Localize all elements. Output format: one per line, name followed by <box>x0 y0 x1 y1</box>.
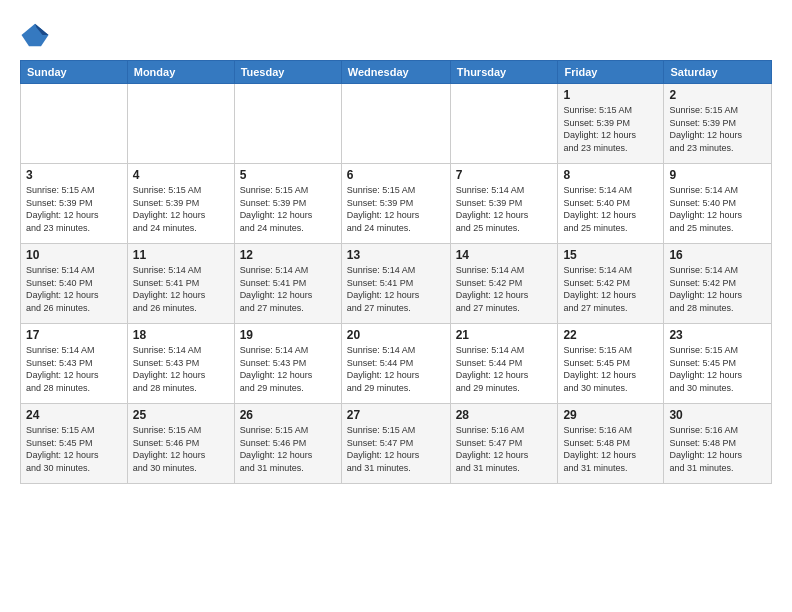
day-info: Sunrise: 5:15 AM Sunset: 5:45 PM Dayligh… <box>563 344 658 394</box>
day-number: 17 <box>26 328 122 342</box>
day-info: Sunrise: 5:14 AM Sunset: 5:42 PM Dayligh… <box>669 264 766 314</box>
day-info: Sunrise: 5:15 AM Sunset: 5:39 PM Dayligh… <box>26 184 122 234</box>
calendar-week-row: 10Sunrise: 5:14 AM Sunset: 5:40 PM Dayli… <box>21 244 772 324</box>
day-number: 6 <box>347 168 445 182</box>
calendar-cell: 5Sunrise: 5:15 AM Sunset: 5:39 PM Daylig… <box>234 164 341 244</box>
day-info: Sunrise: 5:15 AM Sunset: 5:39 PM Dayligh… <box>240 184 336 234</box>
day-info: Sunrise: 5:15 AM Sunset: 5:39 PM Dayligh… <box>669 104 766 154</box>
day-number: 27 <box>347 408 445 422</box>
calendar-week-row: 3Sunrise: 5:15 AM Sunset: 5:39 PM Daylig… <box>21 164 772 244</box>
day-number: 7 <box>456 168 553 182</box>
calendar-cell: 18Sunrise: 5:14 AM Sunset: 5:43 PM Dayli… <box>127 324 234 404</box>
logo-icon <box>20 20 50 50</box>
day-number: 18 <box>133 328 229 342</box>
weekday-header-row: SundayMondayTuesdayWednesdayThursdayFrid… <box>21 61 772 84</box>
day-number: 2 <box>669 88 766 102</box>
calendar-cell <box>127 84 234 164</box>
day-info: Sunrise: 5:14 AM Sunset: 5:44 PM Dayligh… <box>347 344 445 394</box>
calendar-cell: 2Sunrise: 5:15 AM Sunset: 5:39 PM Daylig… <box>664 84 772 164</box>
calendar-cell: 3Sunrise: 5:15 AM Sunset: 5:39 PM Daylig… <box>21 164 128 244</box>
calendar-cell: 26Sunrise: 5:15 AM Sunset: 5:46 PM Dayli… <box>234 404 341 484</box>
day-number: 21 <box>456 328 553 342</box>
day-number: 28 <box>456 408 553 422</box>
logo <box>20 20 54 50</box>
calendar-cell <box>21 84 128 164</box>
calendar-cell: 20Sunrise: 5:14 AM Sunset: 5:44 PM Dayli… <box>341 324 450 404</box>
calendar-cell: 12Sunrise: 5:14 AM Sunset: 5:41 PM Dayli… <box>234 244 341 324</box>
day-number: 20 <box>347 328 445 342</box>
weekday-header: Sunday <box>21 61 128 84</box>
day-info: Sunrise: 5:16 AM Sunset: 5:48 PM Dayligh… <box>563 424 658 474</box>
day-info: Sunrise: 5:16 AM Sunset: 5:47 PM Dayligh… <box>456 424 553 474</box>
day-info: Sunrise: 5:14 AM Sunset: 5:43 PM Dayligh… <box>26 344 122 394</box>
calendar-cell <box>341 84 450 164</box>
calendar-cell: 1Sunrise: 5:15 AM Sunset: 5:39 PM Daylig… <box>558 84 664 164</box>
calendar-table: SundayMondayTuesdayWednesdayThursdayFrid… <box>20 60 772 484</box>
day-info: Sunrise: 5:14 AM Sunset: 5:41 PM Dayligh… <box>347 264 445 314</box>
day-number: 24 <box>26 408 122 422</box>
day-info: Sunrise: 5:14 AM Sunset: 5:43 PM Dayligh… <box>133 344 229 394</box>
calendar-cell: 28Sunrise: 5:16 AM Sunset: 5:47 PM Dayli… <box>450 404 558 484</box>
day-number: 12 <box>240 248 336 262</box>
calendar-cell: 17Sunrise: 5:14 AM Sunset: 5:43 PM Dayli… <box>21 324 128 404</box>
calendar-cell: 15Sunrise: 5:14 AM Sunset: 5:42 PM Dayli… <box>558 244 664 324</box>
day-info: Sunrise: 5:15 AM Sunset: 5:46 PM Dayligh… <box>240 424 336 474</box>
day-number: 9 <box>669 168 766 182</box>
day-number: 4 <box>133 168 229 182</box>
day-number: 5 <box>240 168 336 182</box>
calendar-cell: 30Sunrise: 5:16 AM Sunset: 5:48 PM Dayli… <box>664 404 772 484</box>
day-info: Sunrise: 5:14 AM Sunset: 5:40 PM Dayligh… <box>26 264 122 314</box>
calendar-cell: 29Sunrise: 5:16 AM Sunset: 5:48 PM Dayli… <box>558 404 664 484</box>
calendar-week-row: 17Sunrise: 5:14 AM Sunset: 5:43 PM Dayli… <box>21 324 772 404</box>
day-number: 23 <box>669 328 766 342</box>
day-info: Sunrise: 5:14 AM Sunset: 5:41 PM Dayligh… <box>133 264 229 314</box>
day-number: 25 <box>133 408 229 422</box>
day-info: Sunrise: 5:15 AM Sunset: 5:45 PM Dayligh… <box>26 424 122 474</box>
weekday-header: Wednesday <box>341 61 450 84</box>
calendar-cell: 21Sunrise: 5:14 AM Sunset: 5:44 PM Dayli… <box>450 324 558 404</box>
day-info: Sunrise: 5:14 AM Sunset: 5:42 PM Dayligh… <box>563 264 658 314</box>
day-number: 30 <box>669 408 766 422</box>
weekday-header: Tuesday <box>234 61 341 84</box>
calendar-cell: 8Sunrise: 5:14 AM Sunset: 5:40 PM Daylig… <box>558 164 664 244</box>
calendar-cell: 7Sunrise: 5:14 AM Sunset: 5:39 PM Daylig… <box>450 164 558 244</box>
day-info: Sunrise: 5:15 AM Sunset: 5:39 PM Dayligh… <box>347 184 445 234</box>
day-info: Sunrise: 5:14 AM Sunset: 5:42 PM Dayligh… <box>456 264 553 314</box>
weekday-header: Saturday <box>664 61 772 84</box>
day-number: 29 <box>563 408 658 422</box>
day-number: 11 <box>133 248 229 262</box>
calendar-cell <box>450 84 558 164</box>
calendar-cell: 9Sunrise: 5:14 AM Sunset: 5:40 PM Daylig… <box>664 164 772 244</box>
calendar-cell: 27Sunrise: 5:15 AM Sunset: 5:47 PM Dayli… <box>341 404 450 484</box>
calendar-cell <box>234 84 341 164</box>
day-number: 1 <box>563 88 658 102</box>
calendar-cell: 19Sunrise: 5:14 AM Sunset: 5:43 PM Dayli… <box>234 324 341 404</box>
day-info: Sunrise: 5:14 AM Sunset: 5:44 PM Dayligh… <box>456 344 553 394</box>
day-number: 26 <box>240 408 336 422</box>
day-number: 3 <box>26 168 122 182</box>
day-info: Sunrise: 5:15 AM Sunset: 5:45 PM Dayligh… <box>669 344 766 394</box>
calendar-week-row: 1Sunrise: 5:15 AM Sunset: 5:39 PM Daylig… <box>21 84 772 164</box>
day-number: 10 <box>26 248 122 262</box>
weekday-header: Thursday <box>450 61 558 84</box>
day-info: Sunrise: 5:15 AM Sunset: 5:46 PM Dayligh… <box>133 424 229 474</box>
calendar-cell: 6Sunrise: 5:15 AM Sunset: 5:39 PM Daylig… <box>341 164 450 244</box>
calendar-cell: 13Sunrise: 5:14 AM Sunset: 5:41 PM Dayli… <box>341 244 450 324</box>
day-number: 16 <box>669 248 766 262</box>
weekday-header: Monday <box>127 61 234 84</box>
day-number: 19 <box>240 328 336 342</box>
calendar-cell: 23Sunrise: 5:15 AM Sunset: 5:45 PM Dayli… <box>664 324 772 404</box>
day-number: 8 <box>563 168 658 182</box>
weekday-header: Friday <box>558 61 664 84</box>
day-info: Sunrise: 5:14 AM Sunset: 5:43 PM Dayligh… <box>240 344 336 394</box>
day-number: 15 <box>563 248 658 262</box>
day-number: 14 <box>456 248 553 262</box>
day-info: Sunrise: 5:14 AM Sunset: 5:40 PM Dayligh… <box>563 184 658 234</box>
day-number: 13 <box>347 248 445 262</box>
calendar-cell: 16Sunrise: 5:14 AM Sunset: 5:42 PM Dayli… <box>664 244 772 324</box>
day-info: Sunrise: 5:14 AM Sunset: 5:39 PM Dayligh… <box>456 184 553 234</box>
day-info: Sunrise: 5:15 AM Sunset: 5:39 PM Dayligh… <box>563 104 658 154</box>
day-info: Sunrise: 5:15 AM Sunset: 5:39 PM Dayligh… <box>133 184 229 234</box>
day-info: Sunrise: 5:16 AM Sunset: 5:48 PM Dayligh… <box>669 424 766 474</box>
day-info: Sunrise: 5:14 AM Sunset: 5:40 PM Dayligh… <box>669 184 766 234</box>
